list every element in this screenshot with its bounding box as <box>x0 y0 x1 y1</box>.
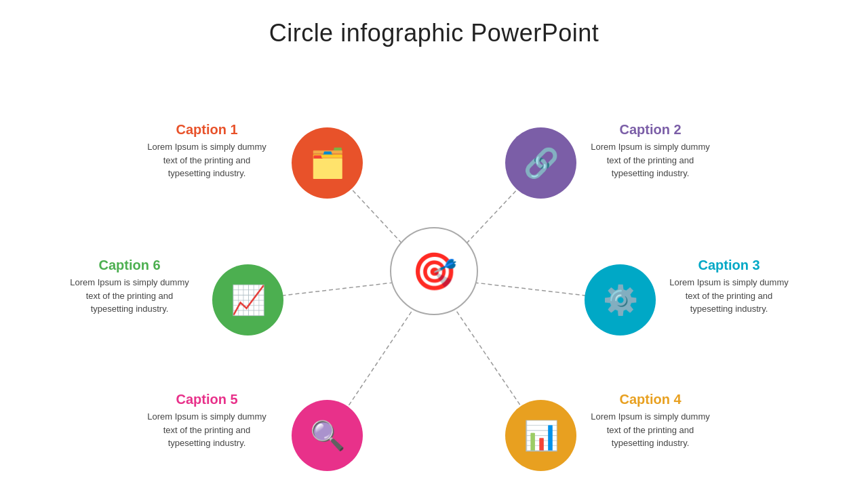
infographic-container: 🎯 🗂️ Caption 1 Lorem Ipsum is simply dum… <box>0 54 868 488</box>
caption-title-3: Caption 3 <box>665 258 793 273</box>
icon-1: 🗂️ <box>310 146 345 180</box>
circle-1: 🗂️ <box>292 127 363 199</box>
caption-box-4: Caption 4 Lorem Ipsum is simply dummy te… <box>586 392 715 450</box>
caption-text-2: Lorem Ipsum is simply dummy text of the … <box>586 140 715 180</box>
caption-text-6: Lorem Ipsum is simply dummy text of the … <box>65 276 194 316</box>
caption-title-1: Caption 1 <box>142 122 271 138</box>
circle-3: ⚙️ <box>585 264 656 336</box>
icon-5: 🔍 <box>310 419 345 452</box>
icon-3: ⚙️ <box>603 283 638 317</box>
caption-title-5: Caption 5 <box>142 392 271 407</box>
caption-title-2: Caption 2 <box>586 122 715 138</box>
caption-title-6: Caption 6 <box>65 258 194 273</box>
caption-title-4: Caption 4 <box>586 392 715 407</box>
icon-6: 📈 <box>231 283 266 317</box>
caption-box-2: Caption 2 Lorem Ipsum is simply dummy te… <box>586 122 715 180</box>
caption-box-3: Caption 3 Lorem Ipsum is simply dummy te… <box>665 258 793 316</box>
circle-6: 📈 <box>212 264 283 336</box>
page-title: Circle infographic PowerPoint <box>0 0 868 47</box>
circle-2: 🔗 <box>505 127 576 199</box>
center-icon: 🎯 <box>412 250 457 293</box>
circle-5: 🔍 <box>292 400 363 471</box>
caption-box-5: Caption 5 Lorem Ipsum is simply dummy te… <box>142 392 271 450</box>
circle-4: 📊 <box>505 400 576 471</box>
caption-text-1: Lorem Ipsum is simply dummy text of the … <box>142 140 271 180</box>
icon-4: 📊 <box>524 419 559 452</box>
caption-text-4: Lorem Ipsum is simply dummy text of the … <box>586 410 715 450</box>
caption-box-1: Caption 1 Lorem Ipsum is simply dummy te… <box>142 122 271 180</box>
caption-box-6: Caption 6 Lorem Ipsum is simply dummy te… <box>65 258 194 316</box>
center-circle: 🎯 <box>390 227 478 315</box>
caption-text-5: Lorem Ipsum is simply dummy text of the … <box>142 410 271 450</box>
caption-text-3: Lorem Ipsum is simply dummy text of the … <box>665 276 793 316</box>
icon-2: 🔗 <box>524 146 559 180</box>
